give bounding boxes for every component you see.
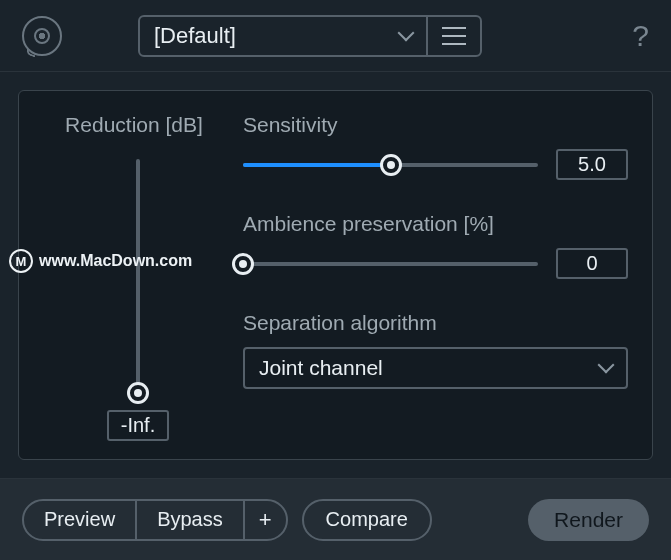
hamburger-icon xyxy=(442,27,466,45)
reduction-slider-thumb[interactable] xyxy=(127,382,149,404)
watermark: M www.MacDown.com xyxy=(9,249,192,273)
reduction-slider[interactable] xyxy=(136,159,140,398)
sensitivity-label: Sensitivity xyxy=(243,113,628,137)
preset-dropdown[interactable]: [Default] xyxy=(140,17,428,55)
preset-label: [Default] xyxy=(154,23,236,49)
watermark-text: www.MacDown.com xyxy=(39,252,192,270)
bypass-button[interactable]: Bypass xyxy=(137,501,245,539)
algorithm-dropdown[interactable]: Joint channel xyxy=(243,347,628,389)
ambience-value[interactable]: 0 xyxy=(556,248,628,279)
add-button[interactable]: + xyxy=(245,501,286,539)
preset-menu-button[interactable] xyxy=(428,17,480,55)
reduction-value[interactable]: -Inf. xyxy=(107,410,169,441)
ambience-label: Ambience preservation [%] xyxy=(243,212,628,236)
ambience-slider[interactable] xyxy=(243,262,538,266)
compare-button[interactable]: Compare xyxy=(302,499,432,541)
sensitivity-slider-thumb[interactable] xyxy=(380,154,402,176)
watermark-icon: M xyxy=(9,249,33,273)
reduction-label: Reduction [dB] xyxy=(65,113,203,137)
algorithm-value: Joint channel xyxy=(259,356,383,380)
chevron-down-icon xyxy=(400,23,412,49)
preview-button[interactable]: Preview xyxy=(24,501,137,539)
ambience-slider-thumb[interactable] xyxy=(232,253,254,275)
sensitivity-value[interactable]: 5.0 xyxy=(556,149,628,180)
app-logo-icon xyxy=(22,16,62,56)
render-button[interactable]: Render xyxy=(528,499,649,541)
help-button[interactable]: ? xyxy=(632,19,649,53)
sensitivity-slider[interactable] xyxy=(243,163,538,167)
chevron-down-icon xyxy=(600,356,612,380)
algorithm-label: Separation algorithm xyxy=(243,311,628,335)
